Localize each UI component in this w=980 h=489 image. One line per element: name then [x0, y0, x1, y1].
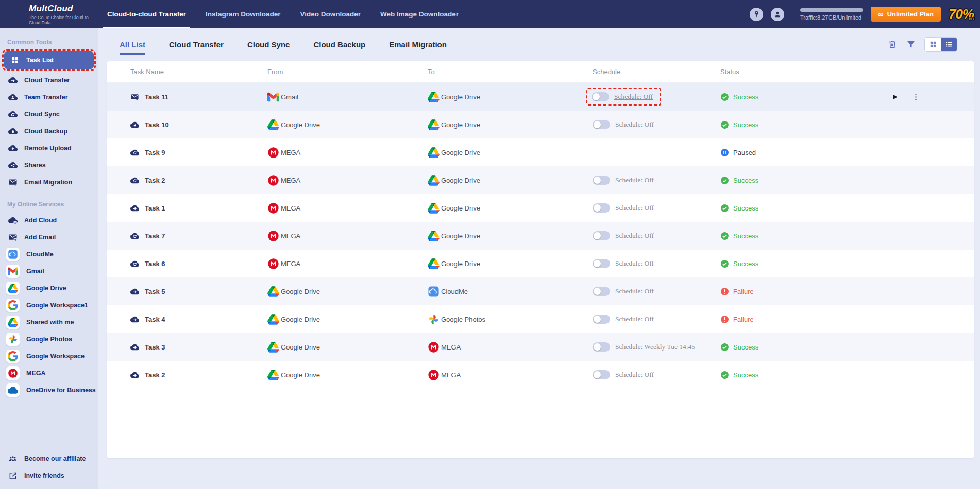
schedule-toggle[interactable] [593, 287, 610, 296]
success-icon [720, 176, 729, 185]
status-badge: Failure [720, 315, 852, 324]
tab-email-migration[interactable]: Email Migration [389, 28, 447, 60]
table-toolbar [887, 37, 957, 52]
sidebar-item-cloudme[interactable]: CloudMe [0, 246, 98, 263]
sidebar-item-team-transfer[interactable]: Team Transfer [0, 89, 98, 106]
schedule-label[interactable]: Schedule: Off [614, 93, 653, 101]
schedule-label[interactable]: Schedule: Off [615, 176, 654, 184]
sidebar-item-cloud-sync[interactable]: Cloud Sync [0, 106, 98, 123]
discount-badge[interactable]: 70% OFF [949, 6, 974, 22]
sidebar-item-google-photos[interactable]: Google Photos [0, 330, 98, 347]
schedule-toggle[interactable] [593, 120, 610, 129]
sidebar-item-mega[interactable]: MEGA [0, 364, 98, 381]
from-cell: MEGA [267, 174, 428, 186]
google-drive-icon [267, 341, 279, 353]
google-drive-icon [428, 91, 440, 103]
google-drive-icon [267, 313, 279, 325]
account-button[interactable] [771, 8, 784, 21]
sidebar-item-cloud-transfer[interactable]: Cloud Transfer [0, 72, 98, 89]
task-name: Task 1 [145, 204, 165, 212]
sidebar-item-remote-upload[interactable]: Remote Upload [0, 139, 98, 156]
from-cell: MEGA [267, 230, 428, 242]
task-name: Task 7 [145, 232, 165, 240]
discount-off-label: OFF [969, 17, 975, 21]
sidebar-item-google-drive[interactable]: Google Drive [0, 280, 98, 296]
task-name-cell: Task 4 [130, 315, 267, 324]
trash-icon[interactable] [887, 39, 898, 49]
sidebar-item-add-cloud[interactable]: Add Cloud [0, 212, 98, 229]
sidebar-item-add-email[interactable]: Add Email [0, 229, 98, 246]
to-cell: Google Drive [428, 230, 593, 242]
play-icon[interactable] [890, 93, 899, 101]
task-name: Task 4 [145, 316, 165, 323]
schedule-toggle[interactable] [593, 259, 610, 268]
kebab-icon[interactable] [911, 93, 920, 101]
topnav-item[interactable]: Web Image Downloader [379, 0, 460, 28]
tab-all-list[interactable]: All List [120, 28, 145, 60]
service-icon-tile [6, 350, 20, 363]
sidebar-item-task-list[interactable]: Task List [4, 51, 94, 69]
service-label: CloudMe [441, 288, 468, 295]
topnav-item[interactable]: Instagram Downloader [205, 0, 282, 28]
grid-view-icon [928, 40, 938, 49]
tab-cloud-backup[interactable]: Cloud Backup [313, 28, 365, 60]
schedule-toggle[interactable] [593, 342, 610, 352]
schedule-label[interactable]: Schedule: Off [615, 232, 654, 240]
schedule-label[interactable]: Schedule: Off [615, 204, 654, 212]
sidebar-item-google-workspace1[interactable]: Google Workspace1 [0, 296, 98, 313]
onedrive-icon [8, 385, 18, 395]
schedule-label[interactable]: Schedule: Off [615, 315, 654, 323]
task-backup-icon [130, 120, 139, 129]
schedule-toggle[interactable] [593, 370, 610, 379]
sidebar-item-email-migration[interactable]: Email Migration [0, 173, 98, 190]
help-key-button[interactable] [750, 8, 763, 21]
status-badge: Success [720, 93, 852, 101]
sidebar-item-onedrive-for-business[interactable]: OneDrive for Business [0, 381, 98, 398]
service-label: MEGA [281, 149, 300, 156]
grid-icon [10, 56, 20, 65]
unlimited-plan-button[interactable]: ∞ Unlimited Plan [871, 7, 941, 22]
sidebar-item-invite-friends[interactable]: Invite friends [0, 467, 98, 484]
schedule-label[interactable]: Schedule: Off [615, 287, 654, 295]
task-name-cell: Task 6 [130, 259, 267, 268]
from-cell: Google Drive [267, 286, 428, 298]
brand-name: MultCloud [29, 4, 101, 14]
sidebar-item-gmail[interactable]: Gmail [0, 263, 98, 280]
task-name: Task 2 [145, 177, 165, 184]
schedule-toggle[interactable] [593, 315, 610, 324]
table-row: Task 3 Google Drive MEGA Schedule: Weekl… [107, 333, 974, 361]
sidebar-item-become-our-affiliate[interactable]: Become our affiliate [0, 450, 98, 467]
service-icon-tile [6, 248, 20, 261]
table-row: Task 6 MEGA Google Drive Schedule: Off S… [107, 250, 974, 277]
schedule-control: Schedule: Off [593, 287, 720, 296]
sidebar-item-shared-with-me[interactable]: Shared with me [0, 313, 98, 330]
grid-view-button[interactable] [925, 38, 941, 51]
service-icon-tile [6, 316, 20, 329]
schedule-toggle[interactable] [592, 92, 609, 101]
task-name: Task 11 [145, 93, 168, 101]
topnav-item[interactable]: Cloud-to-cloud Transfer [106, 0, 187, 28]
schedule-cell: Schedule: Off [593, 315, 720, 324]
list-view-button[interactable] [941, 38, 957, 51]
schedule-label[interactable]: Schedule: Weekly Tue 14:45 [615, 343, 695, 351]
google-drive-icon [8, 283, 18, 293]
sidebar-item-cloud-backup[interactable]: Cloud Backup [0, 123, 98, 139]
schedule-toggle[interactable] [593, 203, 610, 213]
column-header: Status [720, 68, 852, 76]
schedule-label[interactable]: Schedule: Off [615, 120, 654, 129]
schedule-toggle[interactable] [593, 231, 610, 240]
filter-icon[interactable] [906, 39, 916, 49]
topbar-right: Traffic:8.27GB/Unlimited ∞ Unlimited Pla… [750, 6, 980, 22]
schedule-label[interactable]: Schedule: Off [615, 371, 654, 379]
sidebar-item-google-workspace[interactable]: Google Workspace [0, 347, 98, 364]
mega-icon [428, 341, 440, 353]
task-sync-icon [130, 232, 139, 240]
topnav-item[interactable]: Video Downloader [299, 0, 362, 28]
google-g-icon [8, 300, 18, 310]
tab-cloud-sync[interactable]: Cloud Sync [247, 28, 290, 60]
schedule-label[interactable]: Schedule: Off [615, 259, 654, 268]
email-migration-icon [8, 178, 18, 187]
tab-cloud-transfer[interactable]: Cloud Transfer [169, 28, 224, 60]
schedule-toggle[interactable] [593, 176, 610, 185]
sidebar-item-shares[interactable]: Shares [0, 156, 98, 173]
